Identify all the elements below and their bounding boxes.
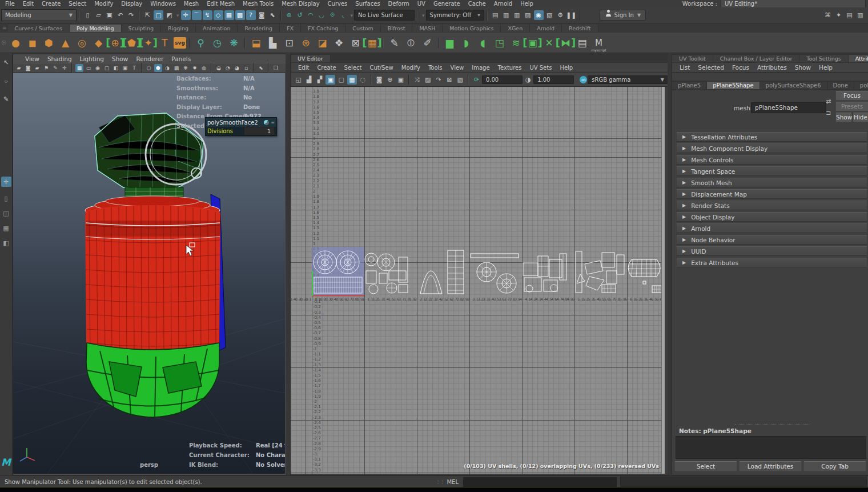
- live-surface-icon[interactable]: ◟: [339, 10, 348, 20]
- show-button[interactable]: Show: [835, 113, 852, 122]
- joints-xray-icon[interactable]: ◕: [233, 64, 241, 72]
- section-node-behavior[interactable]: ▶Node Behavior: [677, 235, 867, 245]
- menu-file[interactable]: File: [1, 1, 19, 7]
- render-frame-icon[interactable]: ▥: [501, 10, 511, 20]
- platonic-options-icon[interactable]: ⬟: [124, 35, 139, 51]
- measure-tool-icon[interactable]: ⚲: [193, 35, 208, 51]
- uv-curve-icon[interactable]: ↷: [434, 75, 444, 85]
- uv-menu-edit[interactable]: Edit: [294, 65, 313, 71]
- section-tangent-space[interactable]: ▶Tangent Space: [677, 166, 867, 176]
- live-surface-field[interactable]: No Live Surface: [354, 10, 415, 21]
- multi-cut-icon[interactable]: ⊡: [282, 35, 297, 51]
- mesh-name-field[interactable]: pPlane5Shape: [751, 102, 826, 113]
- myscript-icon[interactable]: Mmyscript: [591, 35, 606, 51]
- menu-mesh-tools[interactable]: Mesh Tools: [239, 1, 278, 7]
- viewport-menu-view[interactable]: View: [21, 55, 43, 62]
- sphere-options-icon[interactable]: ⊕: [107, 35, 123, 51]
- section-mesh-component-display[interactable]: ▶Mesh Component Display: [677, 143, 867, 153]
- section-object-display[interactable]: ▶Object Display: [677, 212, 867, 222]
- shelf-tab-xgen[interactable]: XGen: [501, 25, 530, 32]
- modeling-toolkit-icon[interactable]: ▤: [845, 10, 854, 20]
- select-button[interactable]: Select: [674, 461, 737, 471]
- time-icon[interactable]: ◷: [210, 35, 225, 51]
- attribute-panel-icon[interactable]: ▥: [855, 10, 865, 20]
- uv-menu-view[interactable]: View: [447, 65, 468, 71]
- render-setup-icon[interactable]: ⚙: [556, 10, 565, 20]
- uv-shade-icon[interactable]: ▞: [315, 75, 325, 85]
- poly-cube-icon[interactable]: ◼: [25, 35, 40, 51]
- ae-menu-attributes[interactable]: Attributes: [753, 64, 791, 71]
- snap-view-icon[interactable]: ▩: [235, 10, 245, 20]
- paint-select-tool-icon[interactable]: ✎: [1, 94, 11, 104]
- mirror-icon[interactable]: ⬓: [248, 35, 264, 51]
- safe-action-icon[interactable]: ▣: [121, 64, 129, 72]
- load-attributes-button[interactable]: Load Attributes: [739, 461, 802, 471]
- menu-set-selector[interactable]: Modeling▼: [1, 9, 77, 21]
- redo-icon[interactable]: ↷: [126, 10, 136, 20]
- menu-mesh[interactable]: Mesh: [180, 1, 203, 7]
- view-transform-selector[interactable]: sRGB gamma▼: [588, 75, 668, 84]
- menu-curves[interactable]: Curves: [324, 1, 352, 7]
- shelf-tab-rendering[interactable]: Rendering: [238, 25, 280, 32]
- section-tessellation-attributes[interactable]: ▶Tessellation Attributes: [677, 132, 867, 142]
- move-tool-icon[interactable]: ✛: [181, 10, 191, 20]
- uv-menu-select[interactable]: Select: [340, 65, 366, 71]
- mel-label[interactable]: MEL: [447, 479, 459, 485]
- panel-tab-uv-toolkit[interactable]: UV Toolkit: [672, 55, 713, 62]
- move-tool-icon[interactable]: ✛: [1, 177, 11, 187]
- menu-edit[interactable]: Edit: [19, 1, 38, 7]
- tooltip-param-value[interactable]: 1: [244, 127, 275, 135]
- uv-snapshot-icon[interactable]: ▤: [574, 35, 590, 51]
- symmetry-selector[interactable]: Symmetry: Off▾: [426, 10, 484, 21]
- select-hierarchy-icon[interactable]: ⇱: [143, 10, 152, 20]
- select-component-icon[interactable]: ◩: [164, 10, 174, 20]
- lasso-tool-icon[interactable]: ⌔: [1, 75, 11, 86]
- uv-menu-textures[interactable]: Textures: [494, 65, 526, 71]
- resolution-gate-icon[interactable]: ◉: [94, 64, 102, 72]
- poly-torus-icon[interactable]: ◎: [74, 35, 90, 51]
- select-icon[interactable]: ⬉: [257, 64, 265, 72]
- uv-editor-title-tab[interactable]: UV Editor: [291, 55, 331, 62]
- shelf-tab-sculpting[interactable]: Sculpting: [122, 25, 161, 32]
- lock-camera-icon[interactable]: ◙: [24, 64, 32, 72]
- triangulate-icon[interactable]: ❖: [331, 35, 347, 51]
- film-gate-icon[interactable]: ▭: [85, 64, 93, 72]
- ao-icon[interactable]: ✸: [191, 64, 199, 72]
- ae-menu-selected[interactable]: Selected: [694, 64, 728, 71]
- viewport-view[interactable]: Backfaces:N/ASmoothness:N/AInstance:NoDi…: [13, 73, 285, 474]
- menu-mesh-display[interactable]: Mesh Display: [278, 1, 323, 7]
- uv-editor-icon[interactable]: ▣: [525, 35, 540, 51]
- shelf-tab-rigging[interactable]: Rigging: [161, 25, 196, 32]
- gate-mask-icon[interactable]: ▢: [103, 64, 111, 72]
- poly-cone-icon[interactable]: ▲: [58, 35, 73, 51]
- lock-icon[interactable]: ◙: [257, 10, 267, 20]
- render-settings-icon[interactable]: ▨: [523, 10, 533, 20]
- uv-unfold-icon[interactable]: ◳: [492, 35, 507, 51]
- shelf-tab-animation[interactable]: Animation: [196, 25, 238, 32]
- poly-text-icon[interactable]: T: [157, 35, 172, 51]
- uv-border-icon[interactable]: ▣: [326, 75, 335, 85]
- viewplane-snap-icon[interactable]: ⟐: [328, 10, 337, 20]
- pause-icon[interactable]: ❚❚: [566, 10, 576, 20]
- menu-deform[interactable]: Deform: [384, 1, 413, 7]
- uv-texel-icon[interactable]: ⊠: [445, 75, 455, 85]
- render-view-icon[interactable]: ▤: [491, 10, 500, 20]
- safe-title-icon[interactable]: T: [130, 64, 138, 72]
- viewport-menu-panels[interactable]: Panels: [167, 55, 195, 62]
- viewport-menu-show[interactable]: Show: [108, 55, 132, 62]
- field-chart-icon[interactable]: ◧: [112, 64, 120, 72]
- poly-cylinder-icon[interactable]: ⬢: [41, 35, 57, 51]
- node-tab-polysurfaceshape6[interactable]: polySurfaceShape6: [760, 82, 827, 89]
- uv-menu-uv-sets[interactable]: UV Sets: [525, 65, 556, 71]
- view-cube-icon[interactable]: ▰: [15, 64, 23, 72]
- star-options-icon[interactable]: ✦: [140, 35, 156, 51]
- viewport-menu-renderer[interactable]: Renderer: [132, 55, 167, 62]
- quad-draw-icon[interactable]: ▙: [265, 35, 280, 51]
- isolate-select-icon[interactable]: ⤨: [412, 75, 422, 85]
- splitter-left[interactable]: [286, 54, 290, 474]
- shadows-icon[interactable]: ❋: [182, 64, 190, 72]
- image-display-icon[interactable]: ◙: [375, 75, 384, 85]
- uv-dim-image-icon[interactable]: ◌: [358, 75, 368, 85]
- menu-cache[interactable]: Cache: [464, 1, 490, 7]
- section-render-stats[interactable]: ▶Render Stats: [677, 201, 867, 210]
